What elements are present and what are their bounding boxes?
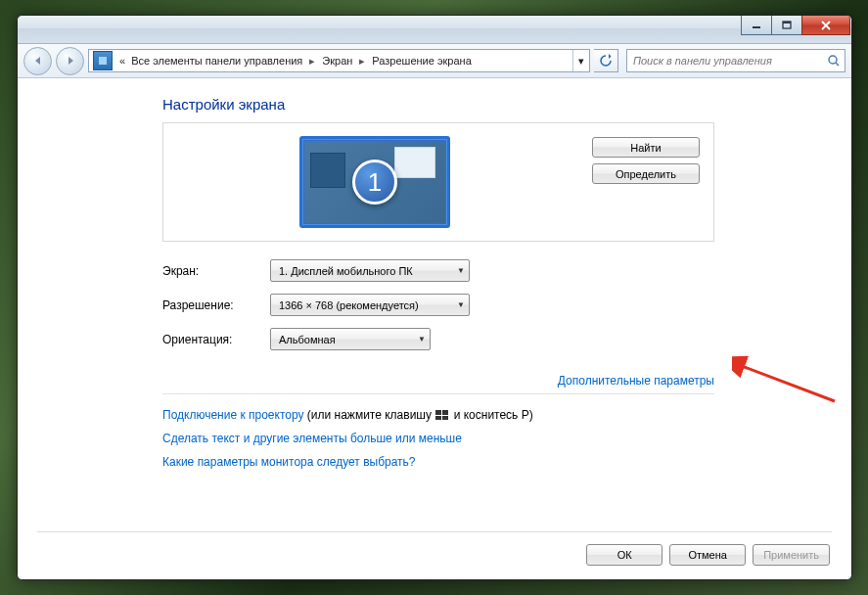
crumb-arrow-icon: ▸ [305,55,319,68]
address-dropdown[interactable]: ▾ [572,50,589,71]
window-frame: « Все элементы панели управления ▸ Экран… [17,15,852,580]
close-button[interactable] [801,16,850,35]
refresh-button[interactable] [594,49,618,72]
monitor-number: 1 [352,160,397,205]
titlebar[interactable] [18,16,851,44]
svg-point-4 [829,56,837,64]
address-bar[interactable]: « Все элементы панели управления ▸ Экран… [88,49,590,72]
separator [162,393,714,394]
crumb-arrow-icon: ▸ [355,55,369,68]
search-input[interactable] [627,55,823,67]
content-area: Настройки экрана 1 Найти Определить [18,78,851,579]
projector-link[interactable]: Подключение к проектору [162,408,304,422]
svg-rect-3 [99,57,107,65]
projector-hint-1: (или нажмите клавишу [304,408,435,422]
advanced-settings-link[interactable]: Дополнительные параметры [558,374,714,388]
search-box[interactable] [626,49,845,72]
orientation-dropdown[interactable]: Альбомная ▼ [270,328,431,350]
projector-hint-2: и коснитесь P) [450,408,532,422]
search-icon[interactable] [823,54,845,68]
detect-button[interactable]: Определить [592,163,700,184]
screen-label: Экран: [162,264,270,278]
minimize-button[interactable] [741,16,772,35]
find-button[interactable]: Найти [592,137,700,158]
chevron-down-icon: ▼ [451,300,465,309]
navbar: « Все элементы панели управления ▸ Экран… [18,44,851,78]
chevron-down-icon: ▼ [412,335,426,343]
orientation-label: Ориентация: [162,333,270,346]
screen-value: 1. Дисплей мобильного ПК [279,265,413,277]
back-button[interactable] [23,47,52,75]
windows-key-icon [435,410,449,421]
page-heading: Настройки экрана [162,96,714,113]
bottom-separator [37,531,832,532]
maximize-button[interactable] [771,16,802,35]
cancel-button[interactable]: Отмена [669,544,746,566]
which-monitor-link[interactable]: Какие параметры монитора следует выбрать… [162,455,416,469]
resolution-value: 1366 × 768 (рекомендуется) [279,299,419,311]
monitor-1[interactable]: 1 [299,136,450,228]
screen-dropdown[interactable]: 1. Дисплей мобильного ПК ▼ [270,259,470,282]
ok-button[interactable]: ОК [586,544,662,566]
crumb-display[interactable]: Экран [319,55,355,67]
forward-button[interactable] [56,47,84,75]
display-preview: 1 Найти Определить [162,122,714,242]
svg-line-5 [836,63,839,66]
control-panel-icon [93,51,113,70]
crumb-all[interactable]: Все элементы панели управления [128,55,305,67]
crumb-resolution[interactable]: Разрешение экрана [369,55,474,67]
resolution-label: Разрешение: [162,298,270,312]
svg-rect-0 [753,26,760,28]
orientation-value: Альбомная [279,334,336,345]
crumb-prefix: « [116,55,128,67]
chevron-down-icon: ▼ [451,266,465,275]
apply-button[interactable]: Применить [753,544,830,566]
resolution-dropdown[interactable]: 1366 × 768 (рекомендуется) ▼ [270,294,470,316]
svg-rect-2 [783,22,791,23]
text-size-link[interactable]: Сделать текст и другие элементы больше и… [162,432,462,445]
